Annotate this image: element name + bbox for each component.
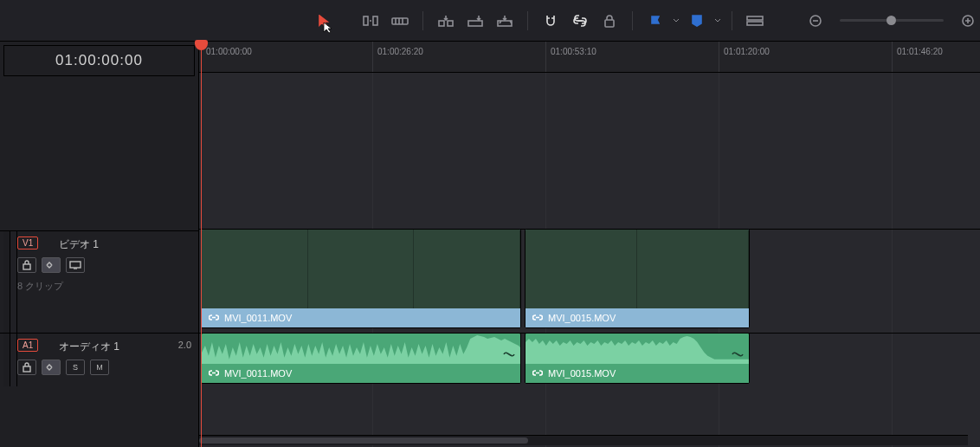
track-lock-button[interactable]	[17, 360, 36, 375]
separator	[527, 11, 528, 30]
track-visible-button[interactable]	[66, 257, 85, 273]
marker-dropdown-button[interactable]	[685, 9, 709, 33]
link-toggle-button[interactable]	[568, 9, 592, 33]
svg-rect-13	[70, 262, 81, 268]
flag-icon	[651, 16, 660, 26]
magnet-icon	[544, 14, 558, 28]
lock-icon	[23, 260, 31, 270]
ruler-tick: 01:00:26:20	[377, 47, 423, 56]
minus-circle-icon	[809, 15, 822, 27]
time-ruler[interactable]: 01:00:00:00 01:00:26:20 01:00:53:10 01:0…	[199, 42, 980, 73]
ruler-tick: 01:01:46:20	[897, 47, 943, 56]
replace-icon	[496, 14, 513, 28]
svg-rect-1	[373, 16, 377, 25]
flag-dropdown-button[interactable]	[643, 9, 667, 33]
track-rail	[3, 334, 10, 386]
insert-icon	[437, 14, 455, 28]
insert-clip-button[interactable]	[434, 9, 458, 33]
clip-filename: MVI_0011.MOV	[224, 368, 292, 379]
auto-select-button[interactable]	[42, 257, 61, 273]
audio-track-name: オーディオ 1	[59, 340, 119, 354]
mute-button[interactable]: M	[90, 360, 109, 375]
blade-tool-button[interactable]	[388, 9, 412, 33]
audio-track-header[interactable]: A1 オーディオ 1 2.0 S M	[0, 333, 198, 386]
video-lane[interactable]: MVI_0011.MOV MVI_0015.MOV	[199, 229, 980, 329]
timeline-toolbar	[0, 0, 980, 42]
track-headers: 01:00:00:00 V1 ビデオ 1 8 クリップ A1 オーディオ 1 2…	[0, 42, 199, 447]
solo-button[interactable]: S	[66, 360, 85, 375]
svg-rect-7	[605, 20, 614, 27]
timeline-view-options-button[interactable]	[743, 9, 767, 33]
view-options-icon	[746, 15, 764, 27]
video-clip[interactable]: MVI_0011.MOV	[201, 229, 521, 328]
video-track-header[interactable]: V1 ビデオ 1 8 クリップ	[0, 230, 198, 333]
svg-rect-14	[23, 366, 30, 372]
audio-clip[interactable]: MVI_0015.MOV	[525, 333, 750, 384]
audio-lane[interactable]: MVI_0011.MOV MVI_0015.MOV	[199, 333, 980, 385]
playhead[interactable]	[201, 42, 202, 447]
timeline-canvas[interactable]: 01:00:00:00 01:00:26:20 01:00:53:10 01:0…	[199, 42, 980, 447]
zoom-slider[interactable]	[840, 19, 944, 22]
track-rail	[10, 231, 17, 333]
clip-count-label: 8 クリップ	[17, 280, 63, 293]
separator	[422, 11, 423, 30]
audio-curve-icon	[503, 347, 515, 362]
overwrite-clip-button[interactable]	[463, 9, 487, 33]
video-dest-tag[interactable]: V1	[17, 236, 38, 249]
link-icon	[209, 313, 219, 323]
svg-rect-3	[439, 21, 444, 26]
monitor-icon	[69, 261, 81, 269]
track-lock-button[interactable]	[17, 257, 36, 273]
audio-dest-tag[interactable]: A1	[17, 339, 38, 352]
trim-tool-button[interactable]	[358, 9, 383, 33]
audio-curve-icon	[732, 347, 744, 362]
clip-thumbnails	[202, 230, 520, 308]
separator	[732, 11, 732, 30]
zoom-slider-knob[interactable]	[887, 16, 896, 25]
clip-filename: MVI_0011.MOV	[224, 313, 292, 323]
waveform	[202, 334, 520, 365]
replace-clip-button[interactable]	[493, 9, 517, 33]
track-rail	[3, 231, 10, 333]
lock-icon	[603, 14, 616, 28]
marker-icon	[692, 15, 702, 27]
trim-icon	[362, 14, 379, 28]
waveform	[525, 334, 749, 365]
svg-rect-12	[23, 264, 30, 269]
lock-toggle-button[interactable]	[597, 9, 622, 33]
auto-select-button[interactable]	[42, 360, 61, 375]
clip-label-bar: MVI_0015.MOV	[525, 364, 749, 383]
clip-filename: MVI_0015.MOV	[548, 368, 616, 379]
timecode-display[interactable]: 01:00:00:00	[3, 45, 195, 76]
lock-icon	[23, 362, 31, 372]
video-track-name: ビデオ 1	[59, 237, 99, 252]
link-icon	[209, 368, 219, 379]
ruler-tick: 01:01:20:00	[724, 47, 770, 56]
autoselect-icon	[46, 363, 56, 372]
ruler-tick: 01:00:00:00	[206, 47, 252, 56]
link-icon	[532, 368, 543, 379]
svg-rect-4	[448, 21, 453, 26]
zoom-out-button[interactable]	[803, 9, 828, 33]
link-icon	[532, 313, 543, 323]
separator	[632, 11, 633, 30]
plus-circle-icon	[962, 15, 974, 27]
scrollbar-thumb[interactable]	[199, 437, 528, 444]
link-icon	[572, 15, 588, 27]
video-clip[interactable]: MVI_0015.MOV	[525, 229, 750, 328]
snap-toggle-button[interactable]	[538, 9, 563, 33]
track-rail	[10, 334, 17, 386]
svg-rect-9	[747, 22, 763, 25]
clip-label-bar: MVI_0011.MOV	[202, 308, 520, 327]
svg-rect-0	[364, 16, 368, 25]
ruler-tick: 01:00:53:10	[551, 47, 596, 56]
audio-clip[interactable]: MVI_0011.MOV	[201, 333, 521, 384]
chevron-down-icon	[714, 17, 721, 24]
timeline-panel: 01:00:00:00 V1 ビデオ 1 8 クリップ A1 オーディオ 1 2…	[0, 42, 980, 447]
mouse-cursor-icon	[322, 22, 334, 34]
zoom-in-button[interactable]	[956, 9, 980, 33]
svg-rect-5	[468, 21, 482, 26]
autoselect-icon	[46, 261, 56, 269]
svg-rect-2	[392, 18, 408, 24]
horizontal-scrollbar[interactable]	[199, 435, 968, 445]
